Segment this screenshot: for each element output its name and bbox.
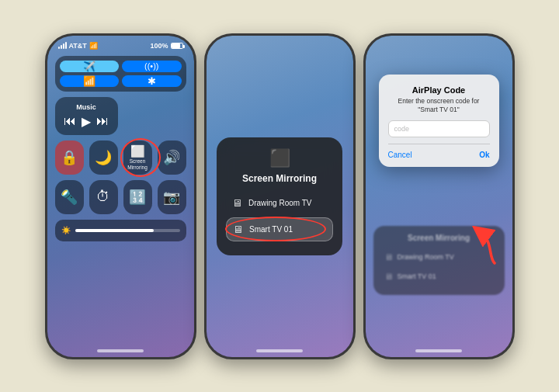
- signal-icon: [58, 42, 67, 49]
- screen-mirror-btn[interactable]: ⬜ ScreenMirroring: [123, 140, 152, 175]
- mirror-panel: ⬛ Screen Mirroring 🖥 Drawing Room TV 🖥 S…: [217, 137, 342, 255]
- main-container: AT&T 📶 100% ✈️ ((•)) 📶 ✱: [0, 0, 559, 392]
- code-input-field[interactable]: code: [388, 120, 490, 137]
- airplane-mode-btn[interactable]: ✈️: [60, 61, 120, 72]
- device-name-1: Drawing Room TV: [248, 199, 312, 207]
- dialog-buttons: Cancel Ok: [388, 151, 490, 159]
- mirror-panel-title: Screen Mirroring: [226, 173, 333, 184]
- airplay-dialog: AirPlay Code Enter the onscreen code for…: [379, 75, 499, 167]
- wifi-icon: 📶: [89, 42, 98, 50]
- camera-btn[interactable]: 📷: [158, 180, 186, 214]
- timer-btn[interactable]: ⏱: [89, 180, 118, 214]
- status-bar-1: AT&T 📶 100%: [47, 36, 194, 53]
- phone1-bg: AT&T 📶 100% ✈️ ((•)) 📶 ✱: [47, 36, 194, 357]
- phone3-frame: Screen Mirroring 🖥 Drawing Room TV 🖥 Sma…: [363, 33, 515, 359]
- calculator-btn[interactable]: 🔢: [123, 180, 152, 214]
- phone1-screen: AT&T 📶 100% ✈️ ((•)) 📶 ✱: [47, 36, 194, 357]
- screen-mirror-label: ScreenMirroring: [127, 158, 148, 171]
- home-indicator-3[interactable]: [415, 349, 462, 352]
- rotation-lock-btn[interactable]: 🔒: [55, 140, 84, 175]
- device-smart-tv-01[interactable]: 🖥 Smart TV 01: [226, 217, 333, 241]
- screen-mirror-icon: ⬜: [130, 144, 145, 158]
- battery-icon: [171, 43, 183, 49]
- cellular-btn[interactable]: ((•)): [122, 61, 182, 72]
- connectivity-block: ✈️ ((•)) 📶 ✱: [55, 56, 186, 92]
- phone1-frame: AT&T 📶 100% ✈️ ((•)) 📶 ✱: [45, 33, 196, 359]
- blurred-tv-icon-1: 🖥: [384, 252, 393, 262]
- mirror-panel-icon: ⬛: [226, 148, 333, 168]
- device-name-2: Smart TV 01: [249, 225, 293, 234]
- bluetooth-btn[interactable]: ✱: [122, 75, 182, 87]
- red-arrow-svg: [465, 226, 500, 265]
- volume-btn[interactable]: 🔊: [158, 140, 186, 175]
- ok-button[interactable]: Ok: [479, 151, 489, 159]
- battery-percent: 100%: [150, 42, 168, 50]
- play-btn[interactable]: ▶: [82, 114, 91, 129]
- brightness-slider[interactable]: ☀️: [55, 220, 186, 241]
- home-indicator-2[interactable]: [256, 349, 303, 352]
- blurred-tv-icon-2: 🖥: [384, 272, 393, 281]
- torch-btn[interactable]: 🔦: [55, 180, 84, 214]
- music-label: Music: [61, 103, 112, 111]
- dialog-title: AirPlay Code: [388, 85, 490, 95]
- home-indicator[interactable]: [97, 349, 144, 352]
- phone2-frame: ⬛ Screen Mirroring 🖥 Drawing Room TV 🖥 S…: [204, 33, 356, 359]
- dialog-subtitle: Enter the onscreen code for "Smart TV 01…: [388, 97, 490, 114]
- carrier-label: AT&T: [69, 42, 87, 50]
- tv-icon-2: 🖥: [233, 224, 243, 235]
- code-placeholder: code: [394, 125, 410, 133]
- tv-icon-1: 🖥: [232, 197, 242, 209]
- prev-track-btn[interactable]: ⏮: [64, 114, 76, 128]
- carrier-info: AT&T 📶: [58, 42, 98, 50]
- phone2-screen: ⬛ Screen Mirroring 🖥 Drawing Room TV 🖥 S…: [207, 36, 353, 357]
- cancel-button[interactable]: Cancel: [388, 151, 412, 159]
- wifi-btn[interactable]: 📶: [60, 75, 120, 87]
- dialog-divider: [388, 144, 490, 144]
- blurred-device-name-1: Drawing Room TV: [398, 253, 454, 261]
- brightness-track: [75, 229, 180, 232]
- blurred-device-name-2: Smart TV 01: [398, 272, 436, 280]
- next-track-btn[interactable]: ⏭: [96, 114, 109, 128]
- battery-info: 100%: [150, 42, 182, 50]
- brightness-icon: ☀️: [61, 226, 71, 234]
- device-drawing-room-tv[interactable]: 🖥 Drawing Room TV: [226, 192, 333, 214]
- phone3-screen: Screen Mirroring 🖥 Drawing Room TV 🖥 Sma…: [366, 36, 512, 357]
- phone2-bg: ⬛ Screen Mirroring 🖥 Drawing Room TV 🖥 S…: [207, 36, 353, 357]
- arrow-container: [465, 226, 500, 268]
- blurred-device-2: 🖥 Smart TV 01: [381, 268, 497, 285]
- phone3-bg: Screen Mirroring 🖥 Drawing Room TV 🖥 Sma…: [366, 36, 512, 357]
- do-not-disturb-btn[interactable]: 🌙: [89, 140, 118, 175]
